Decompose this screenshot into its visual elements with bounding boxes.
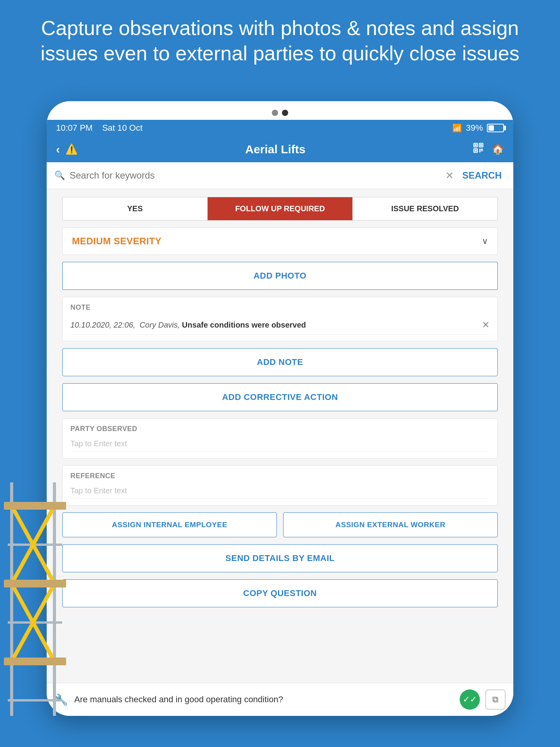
svg-rect-7 [481,149,482,150]
severity-row[interactable]: MEDIUM SEVERITY ∨ [62,228,498,255]
assign-internal-button[interactable]: ASSIGN INTERNAL EMPLOYEE [62,512,277,537]
nav-bar: ‹ ⚠️ Aerial Lifts 🏠 [47,136,513,162]
dot-left [272,110,278,116]
note-close-icon[interactable]: ✕ [482,319,490,330]
clear-search-icon[interactable]: ✕ [445,170,454,182]
bottom-question-text: Are manuals checked and in good operatin… [74,694,453,705]
reference-input[interactable]: Tap to Enter text [70,483,490,499]
tablet-top-bar [47,101,513,120]
party-label: PARTY OBSERVED [70,425,490,433]
content-area: YES FOLLOW UP REQUIRED ISSUE RESOLVED ME… [47,189,513,683]
nav-title: Aerial Lifts [245,143,305,156]
assign-external-button[interactable]: ASSIGN EXTERNAL WORKER [283,512,498,537]
warning-icon[interactable]: ⚠️ [65,143,78,155]
note-entry: 10.10.2020, 22:06, Cory Davis, Unsafe co… [70,316,490,335]
home-icon[interactable]: 🏠 [492,143,504,155]
battery-fill [488,125,494,131]
svg-rect-4 [480,144,482,146]
search-input[interactable] [70,170,441,181]
party-observed-section: PARTY OBSERVED Tap to Enter text [62,418,498,458]
svg-rect-6 [479,149,480,150]
tabs-row: YES FOLLOW UP REQUIRED ISSUE RESOLVED [62,197,498,221]
tab-follow-up[interactable]: FOLLOW UP REQUIRED [208,197,353,220]
svg-rect-3 [475,144,477,146]
battery-percent: 39% [466,123,483,133]
search-button[interactable]: SEARCH [458,168,506,182]
nav-left: ‹ ⚠️ [56,143,78,156]
tab-yes[interactable]: YES [63,197,208,220]
reference-label: REFERENCE [70,472,490,480]
svg-rect-10 [482,149,483,150]
send-email-button[interactable]: SEND DETAILS BY EMAIL [62,544,498,572]
add-note-button[interactable]: ADD NOTE [62,348,498,376]
reference-section: REFERENCE Tap to Enter text [62,465,498,505]
status-time: 10:07 PM Sat 10 Oct [56,123,143,133]
bottom-actions: ✓✓ ⧉ [460,689,506,710]
severity-label: MEDIUM SEVERITY [72,236,161,247]
note-label: NOTE [70,303,490,312]
search-bar[interactable]: 🔍 ✕ SEARCH [47,162,513,189]
svg-rect-5 [475,150,477,152]
chevron-down-icon: ∨ [482,236,488,246]
header-text: Capture observations with photos & notes… [0,16,560,66]
tab-issue-resolved[interactable]: ISSUE RESOLVED [353,197,497,220]
tablet-frame: 10:07 PM Sat 10 Oct 📶 39% ‹ ⚠️ Aerial Li… [47,101,513,716]
search-icon: 🔍 [54,170,65,181]
copy-question-button[interactable]: COPY QUESTION [62,579,498,607]
nav-right: 🏠 [473,142,504,156]
bottom-bar: 🔧 Are manuals checked and in good operat… [47,683,513,716]
party-input[interactable]: Tap to Enter text [70,436,490,452]
bottom-icon: 🔧 [54,693,68,706]
note-text: 10.10.2020, 22:06, Cory Davis, Unsafe co… [70,319,482,330]
svg-rect-8 [479,150,480,153]
add-corrective-button[interactable]: ADD CORRECTIVE ACTION [62,383,498,411]
battery-tip [504,126,506,130]
qr-icon[interactable] [473,142,484,156]
back-arrow-icon[interactable]: ‹ [56,143,60,156]
assign-row: ASSIGN INTERNAL EMPLOYEE ASSIGN EXTERNAL… [62,512,498,537]
status-right: 📶 39% [452,123,504,133]
dot-right [282,110,288,116]
battery-bar [487,124,504,132]
svg-rect-9 [481,150,483,151]
add-photo-button[interactable]: ADD PHOTO [62,262,498,290]
wifi-icon: 📶 [452,123,462,133]
copy-button[interactable]: ⧉ [485,689,506,710]
note-section: NOTE 10.10.2020, 22:06, Cory Davis, Unsa… [62,297,498,341]
check-button[interactable]: ✓✓ [460,689,480,710]
status-bar: 10:07 PM Sat 10 Oct 📶 39% [47,120,513,136]
